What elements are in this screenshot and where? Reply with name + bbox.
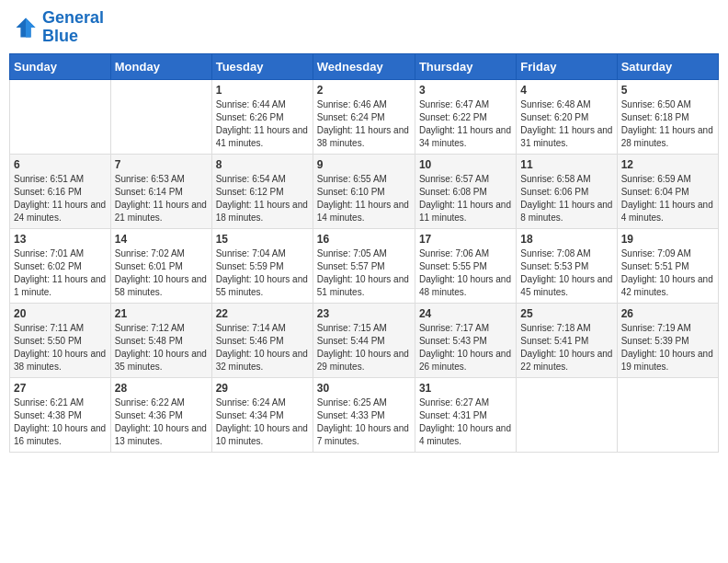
calendar-week-2: 6Sunrise: 6:51 AMSunset: 6:16 PMDaylight… [10,154,719,228]
day-info: Sunrise: 7:02 AMSunset: 6:01 PMDaylight:… [115,247,208,299]
day-info: Sunrise: 7:09 AMSunset: 5:51 PMDaylight:… [621,247,714,299]
logo-text: General Blue [42,9,104,46]
calendar-cell: 6Sunrise: 6:51 AMSunset: 6:16 PMDaylight… [10,154,111,228]
day-number: 16 [317,233,411,246]
day-number: 23 [317,307,411,320]
day-info: Sunrise: 7:08 AMSunset: 5:53 PMDaylight:… [520,247,612,299]
calendar-cell: 13Sunrise: 7:01 AMSunset: 6:02 PMDayligh… [10,228,111,303]
day-number: 30 [317,382,411,395]
col-header-monday: Monday [110,53,211,79]
day-number: 31 [419,382,512,395]
day-info: Sunrise: 6:53 AMSunset: 6:14 PMDaylight:… [115,173,208,224]
calendar-week-1: 1Sunrise: 6:44 AMSunset: 6:26 PMDaylight… [10,79,719,154]
calendar-cell: 11Sunrise: 6:58 AMSunset: 6:06 PMDayligh… [517,154,617,228]
day-info: Sunrise: 6:46 AMSunset: 6:24 PMDaylight:… [317,98,411,150]
day-info: Sunrise: 6:55 AMSunset: 6:10 PMDaylight:… [317,173,411,224]
calendar-cell [617,377,718,452]
calendar-cell: 22Sunrise: 7:14 AMSunset: 5:46 PMDayligh… [211,303,313,377]
calendar-cell [517,377,617,452]
day-info: Sunrise: 7:18 AMSunset: 5:41 PMDaylight:… [520,322,612,373]
day-info: Sunrise: 6:54 AMSunset: 6:12 PMDaylight:… [216,173,309,224]
day-info: Sunrise: 6:25 AMSunset: 4:33 PMDaylight:… [317,396,411,448]
day-number: 10 [419,158,512,171]
day-number: 25 [520,307,612,320]
calendar-cell: 9Sunrise: 6:55 AMSunset: 6:10 PMDaylight… [313,154,415,228]
day-info: Sunrise: 7:19 AMSunset: 5:39 PMDaylight:… [621,322,714,373]
col-header-saturday: Saturday [617,53,718,79]
calendar-cell: 19Sunrise: 7:09 AMSunset: 5:51 PMDayligh… [617,228,718,303]
day-number: 9 [317,158,411,171]
day-info: Sunrise: 6:59 AMSunset: 6:04 PMDaylight:… [621,173,714,224]
day-number: 14 [115,233,208,246]
calendar-cell: 5Sunrise: 6:50 AMSunset: 6:18 PMDaylight… [617,79,718,154]
calendar-cell [10,79,111,154]
day-info: Sunrise: 6:22 AMSunset: 4:36 PMDaylight:… [115,396,208,448]
calendar-week-4: 20Sunrise: 7:11 AMSunset: 5:50 PMDayligh… [10,303,719,377]
calendar-cell [110,79,211,154]
calendar-cell: 8Sunrise: 6:54 AMSunset: 6:12 PMDaylight… [211,154,313,228]
day-info: Sunrise: 7:15 AMSunset: 5:44 PMDaylight:… [317,322,411,373]
calendar-cell: 1Sunrise: 6:44 AMSunset: 6:26 PMDaylight… [211,79,313,154]
day-number: 11 [520,158,612,171]
day-number: 7 [115,158,208,171]
calendar-cell: 16Sunrise: 7:05 AMSunset: 5:57 PMDayligh… [313,228,415,303]
calendar-cell: 21Sunrise: 7:12 AMSunset: 5:48 PMDayligh… [110,303,211,377]
calendar-table: SundayMondayTuesdayWednesdayThursdayFrid… [9,53,719,453]
calendar-cell: 18Sunrise: 7:08 AMSunset: 5:53 PMDayligh… [517,228,617,303]
calendar-week-5: 27Sunrise: 6:21 AMSunset: 4:38 PMDayligh… [10,377,719,452]
day-number: 18 [520,233,612,246]
col-header-friday: Friday [517,53,617,79]
day-number: 12 [621,158,714,171]
day-info: Sunrise: 6:44 AMSunset: 6:26 PMDaylight:… [216,98,309,150]
day-number: 15 [216,233,309,246]
day-number: 3 [419,84,512,97]
logo-icon [13,15,39,40]
logo: General Blue [13,9,104,46]
calendar-cell: 14Sunrise: 7:02 AMSunset: 6:01 PMDayligh… [110,228,211,303]
day-number: 27 [14,382,107,395]
calendar-cell: 23Sunrise: 7:15 AMSunset: 5:44 PMDayligh… [313,303,415,377]
col-header-wednesday: Wednesday [313,53,415,79]
day-number: 28 [115,382,208,395]
day-number: 5 [621,84,714,97]
calendar-cell: 4Sunrise: 6:48 AMSunset: 6:20 PMDaylight… [517,79,617,154]
day-info: Sunrise: 6:50 AMSunset: 6:18 PMDaylight:… [621,98,714,150]
day-number: 6 [14,158,107,171]
day-info: Sunrise: 7:06 AMSunset: 5:55 PMDaylight:… [419,247,512,299]
day-info: Sunrise: 7:01 AMSunset: 6:02 PMDaylight:… [14,247,107,299]
day-number: 21 [115,307,208,320]
day-number: 13 [14,233,107,246]
day-info: Sunrise: 6:58 AMSunset: 6:06 PMDaylight:… [520,173,612,224]
day-number: 1 [216,84,309,97]
col-header-thursday: Thursday [415,53,516,79]
calendar-cell: 26Sunrise: 7:19 AMSunset: 5:39 PMDayligh… [617,303,718,377]
day-info: Sunrise: 6:48 AMSunset: 6:20 PMDaylight:… [520,98,612,150]
calendar-cell: 25Sunrise: 7:18 AMSunset: 5:41 PMDayligh… [517,303,617,377]
day-info: Sunrise: 7:11 AMSunset: 5:50 PMDaylight:… [14,322,107,373]
calendar-cell: 27Sunrise: 6:21 AMSunset: 4:38 PMDayligh… [10,377,111,452]
day-info: Sunrise: 6:57 AMSunset: 6:08 PMDaylight:… [419,173,512,224]
day-info: Sunrise: 7:12 AMSunset: 5:48 PMDaylight:… [115,322,208,373]
day-number: 26 [621,307,714,320]
svg-marker-1 [26,17,36,37]
calendar-cell: 7Sunrise: 6:53 AMSunset: 6:14 PMDaylight… [110,154,211,228]
day-number: 17 [419,233,512,246]
calendar-cell: 3Sunrise: 6:47 AMSunset: 6:22 PMDaylight… [415,79,516,154]
day-number: 2 [317,84,411,97]
page-header: General Blue [9,9,719,46]
day-number: 29 [216,382,309,395]
calendar-cell: 17Sunrise: 7:06 AMSunset: 5:55 PMDayligh… [415,228,516,303]
day-info: Sunrise: 6:24 AMSunset: 4:34 PMDaylight:… [216,396,309,448]
day-info: Sunrise: 6:51 AMSunset: 6:16 PMDaylight:… [14,173,107,224]
calendar-cell: 30Sunrise: 6:25 AMSunset: 4:33 PMDayligh… [313,377,415,452]
calendar-cell: 2Sunrise: 6:46 AMSunset: 6:24 PMDaylight… [313,79,415,154]
calendar-cell: 29Sunrise: 6:24 AMSunset: 4:34 PMDayligh… [211,377,313,452]
col-header-sunday: Sunday [10,53,111,79]
calendar-cell: 24Sunrise: 7:17 AMSunset: 5:43 PMDayligh… [415,303,516,377]
day-info: Sunrise: 6:47 AMSunset: 6:22 PMDaylight:… [419,98,512,150]
calendar-header-row: SundayMondayTuesdayWednesdayThursdayFrid… [10,53,719,79]
calendar-cell: 12Sunrise: 6:59 AMSunset: 6:04 PMDayligh… [617,154,718,228]
calendar-cell: 10Sunrise: 6:57 AMSunset: 6:08 PMDayligh… [415,154,516,228]
day-info: Sunrise: 7:05 AMSunset: 5:57 PMDaylight:… [317,247,411,299]
day-number: 19 [621,233,714,246]
